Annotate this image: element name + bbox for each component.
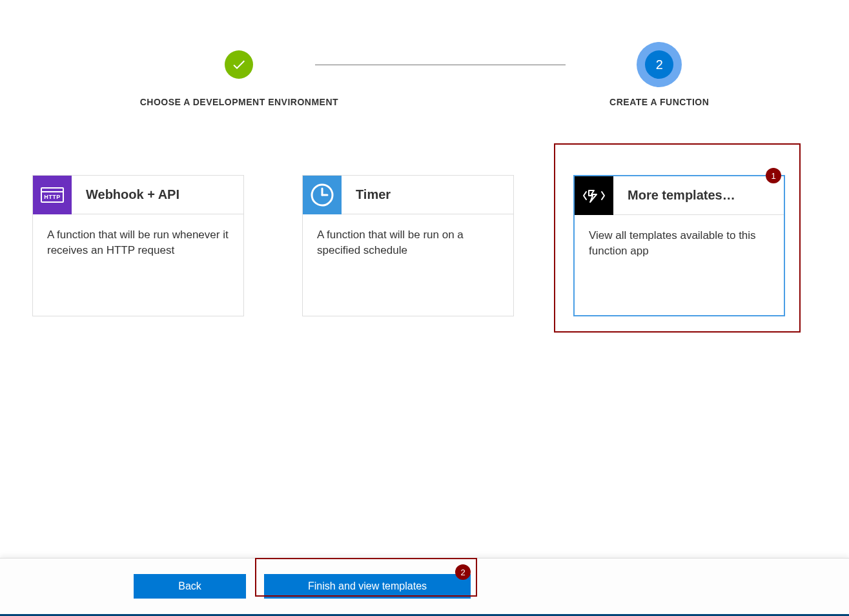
card-description: A function that will be run whenever it … (33, 214, 243, 314)
annotation-badge: 1 (766, 168, 781, 183)
clock-icon (303, 176, 342, 214)
card-title: Webhook + API (72, 187, 179, 202)
step-label: CHOOSE A DEVELOPMENT ENVIRONMENT (140, 97, 338, 107)
step-create-function: 2 CREATE A FUNCTION (609, 42, 709, 107)
card-webhook-api[interactable]: HTTP Webhook + API A function that will … (32, 175, 244, 316)
card-description: A function that will be run on a specifi… (303, 214, 513, 314)
step-number-badge: 2 (645, 50, 673, 79)
annotation-box-finish-button: 2 (255, 558, 477, 597)
step-choose-environment: CHOOSE A DEVELOPMENT ENVIRONMENT (140, 42, 338, 107)
annotation-badge: 2 (455, 564, 471, 580)
checkmark-icon (225, 50, 253, 79)
step-active-halo: 2 (637, 42, 682, 87)
wizard-stepper: CHOOSE A DEVELOPMENT ENVIRONMENT 2 CREAT… (32, 42, 817, 107)
card-title: Timer (342, 187, 391, 202)
stepper-connector (315, 65, 566, 65)
annotation-box-more-templates: 1 (554, 143, 801, 333)
svg-text:HTTP: HTTP (44, 194, 61, 200)
step-label: CREATE A FUNCTION (609, 97, 709, 107)
back-button[interactable]: Back (134, 574, 246, 599)
card-timer[interactable]: Timer A function that will be run on a s… (302, 175, 514, 316)
http-icon: HTTP (33, 176, 72, 214)
